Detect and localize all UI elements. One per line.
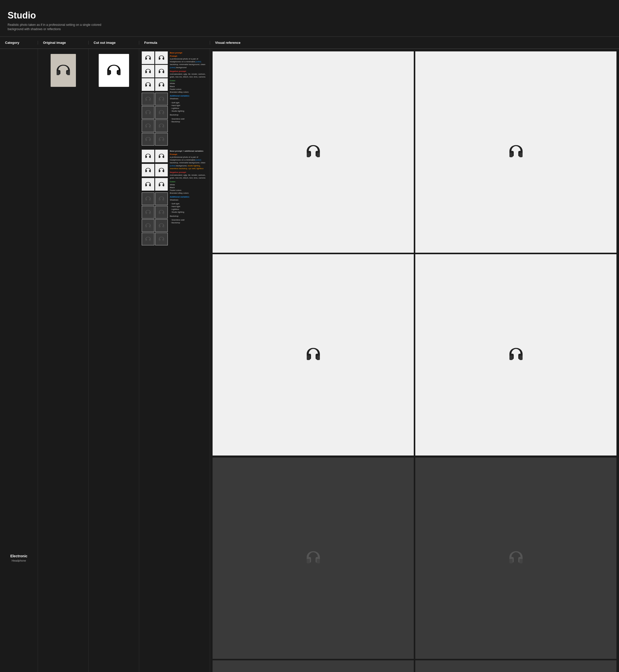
- svg-rect-1: [67, 71, 70, 75]
- svg-rect-8: [145, 71, 146, 73]
- cutout-image: [99, 54, 129, 87]
- svg-rect-54: [159, 226, 160, 227]
- backdrop-list-s2: · Seamless wall · Backdrop: [170, 219, 207, 224]
- formula-dark-section-2: [142, 192, 168, 245]
- visual-hp-1: [303, 143, 324, 161]
- svg-rect-15: [163, 85, 164, 86]
- formula-hp-icon: [144, 68, 152, 74]
- visual-hp-3: [303, 346, 324, 364]
- visual-hp-dark-1: [303, 549, 324, 567]
- svg-rect-28: [145, 139, 146, 141]
- svg-rect-3: [118, 71, 121, 75]
- negative-text-s2: oversaturated, ugly, 3d, render, cartoon…: [170, 174, 207, 179]
- formula-row-1: [142, 51, 168, 64]
- header: Studio Realistic photo taken as if in a …: [0, 0, 619, 37]
- svg-rect-17: [150, 99, 151, 101]
- formula-images-white: [142, 51, 168, 145]
- formula-hp-icon: [158, 55, 165, 61]
- svg-rect-6: [159, 58, 160, 60]
- svg-rect-68: [307, 559, 310, 563]
- formula-hp-icon-dark-s2: [158, 196, 165, 201]
- svg-rect-11: [163, 71, 164, 73]
- svg-rect-53: [150, 226, 151, 227]
- svg-rect-27: [163, 126, 164, 128]
- table-header: Category Original image Cut out image Fo…: [0, 37, 619, 49]
- formula-row-s2-6: [142, 219, 168, 232]
- formula-hp-icon: [158, 110, 165, 115]
- formula-img-dark: [155, 93, 168, 105]
- svg-rect-14: [159, 85, 160, 86]
- svg-rect-0: [56, 71, 59, 75]
- headphone-icon-original: [54, 63, 72, 77]
- svg-rect-7: [163, 58, 164, 60]
- visual-img-white-2: [415, 51, 616, 253]
- prompt-text-s2: a professional photo of a pair of headph…: [170, 156, 207, 170]
- visual-img-white-3: [213, 254, 414, 455]
- svg-rect-60: [307, 153, 310, 157]
- formula-row-4: [142, 93, 168, 105]
- col-formula: Formula: [139, 41, 210, 45]
- formula-text-section1: Base prompt Prompt: a professional photo…: [170, 51, 207, 145]
- formula-row-s2-4: [142, 192, 168, 205]
- formula-img-dark: [155, 133, 168, 145]
- formula-img-s2: [142, 164, 154, 177]
- formula-hp-icon-dark-s2: [144, 209, 152, 215]
- negative-text: oversaturated, ugly, 3d, render, cartoon…: [170, 73, 207, 78]
- formula-row-s2-3: [142, 178, 168, 191]
- visual-img-dark-4: [415, 660, 616, 672]
- svg-rect-38: [159, 170, 160, 172]
- svg-rect-42: [159, 185, 160, 186]
- formula-text-section2: Base prompt + additional variables Promp…: [170, 149, 207, 245]
- svg-rect-59: [163, 239, 164, 241]
- backdrop-label: Backdrop:: [170, 113, 207, 116]
- formula-row-3: [142, 78, 168, 91]
- category-name: Electronic: [10, 554, 27, 558]
- svg-rect-52: [145, 226, 146, 227]
- original-image: [51, 54, 76, 87]
- svg-rect-41: [150, 185, 151, 186]
- formula-img: [155, 65, 168, 77]
- backdrop-list: · Seamless wall · Backdrop: [170, 118, 207, 123]
- svg-rect-55: [163, 226, 164, 227]
- formula-hp-icon: [158, 68, 165, 74]
- svg-rect-62: [509, 153, 513, 157]
- svg-rect-29: [150, 139, 151, 141]
- visual-grid-dark: [213, 457, 616, 672]
- formula-row-s2-1: [142, 149, 168, 162]
- formula-hp-icon-s2: [158, 153, 165, 159]
- svg-rect-70: [509, 559, 513, 563]
- svg-rect-67: [519, 356, 523, 360]
- visual-reference-cell: [210, 49, 619, 672]
- svg-rect-40: [145, 185, 146, 186]
- svg-rect-12: [145, 85, 146, 86]
- svg-rect-49: [150, 212, 151, 214]
- formula-hp-icon-s2: [144, 182, 152, 187]
- category-sub: Headphone: [12, 559, 26, 562]
- formula-img-dark-s2: [142, 233, 154, 245]
- shadows-label: Shadows:: [170, 97, 207, 100]
- additional-label: Additional variables:: [170, 95, 207, 97]
- svg-rect-18: [159, 99, 160, 101]
- svg-rect-22: [159, 113, 160, 114]
- formula-hp-icon: [158, 136, 165, 142]
- visual-hp-2: [506, 143, 526, 161]
- prompt-label: Prompt:: [170, 55, 207, 57]
- svg-rect-13: [150, 85, 151, 86]
- additional-label-s2: Additional variables:: [170, 195, 207, 198]
- formula-img-dark-s2: [142, 206, 154, 219]
- formula-img: [142, 78, 154, 91]
- svg-rect-43: [163, 185, 164, 186]
- svg-rect-21: [150, 113, 151, 114]
- formula-cell: Base prompt Prompt: a professional photo…: [139, 49, 210, 672]
- svg-rect-4: [145, 58, 146, 60]
- visual-img-dark-3: [213, 660, 414, 672]
- svg-rect-65: [317, 356, 320, 360]
- formula-img-s2: [142, 178, 154, 191]
- formula-hp-icon-dark-s2: [158, 236, 165, 242]
- svg-rect-31: [163, 139, 164, 141]
- formula-img-dark-s2: [142, 219, 154, 232]
- color-ph-s2: [color]: [196, 159, 201, 161]
- svg-rect-32: [145, 156, 146, 158]
- formula-hp-icon-dark-s2: [144, 236, 152, 242]
- prompt-text: a professional photo of a pair of headph…: [170, 57, 207, 69]
